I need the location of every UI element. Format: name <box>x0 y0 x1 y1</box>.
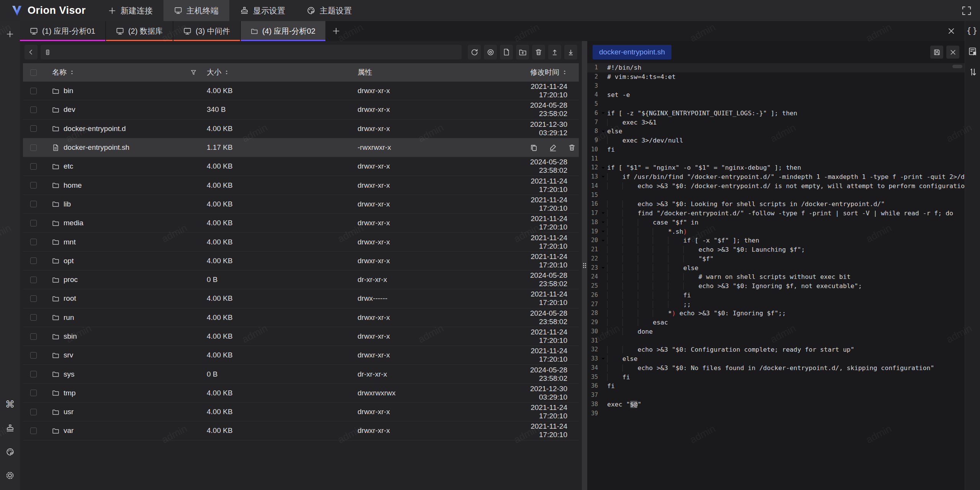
row-action-edit-button[interactable] <box>549 143 557 152</box>
row-checkbox[interactable] <box>30 107 37 113</box>
code-line[interactable]: 9 exec 3>/dev/null <box>587 136 965 145</box>
code-line[interactable]: 14 echo >&3 "$0: /docker-entrypoint.d/ i… <box>587 182 965 191</box>
row-checkbox[interactable] <box>30 144 37 151</box>
code-line[interactable]: 29 esac <box>587 318 965 327</box>
code-line[interactable]: 25 echo >&3 "$0: Ignoring $f, not execut… <box>587 282 965 291</box>
fold-toggle-icon[interactable] <box>599 354 607 364</box>
code-line[interactable]: 4set -e <box>587 90 965 100</box>
table-row[interactable]: home4.00 KBdrwxr-xr-x2021-11-24 17:20:10 <box>23 176 579 195</box>
top-menu-item-1[interactable]: 新建连接 <box>97 0 163 21</box>
table-row[interactable]: var4.00 KBdrwxr-xr-x2021-11-24 17:20:10 <box>23 421 579 440</box>
code-line[interactable]: 3 <box>587 82 965 91</box>
top-menu-item-4[interactable]: 主题设置 <box>296 0 363 21</box>
back-button[interactable] <box>24 45 38 59</box>
code-line[interactable]: 17 find "/docker-entrypoint.d/" -follow … <box>587 209 965 218</box>
code-line[interactable]: 31 <box>587 336 965 346</box>
strip-swap-button[interactable] <box>967 66 978 78</box>
sort-name-icon[interactable] <box>69 70 75 75</box>
code-line[interactable]: 32 echo >&3 "$0: Configuration complete;… <box>587 345 965 354</box>
top-menu-item-3[interactable]: 显示设置 <box>229 0 296 21</box>
fold-toggle-icon[interactable] <box>599 127 607 136</box>
terminal-tab-1[interactable]: (1) 应用-分析01 <box>20 21 105 41</box>
row-checkbox[interactable] <box>30 295 37 302</box>
strip-doc-bookmark-button[interactable] <box>967 46 978 57</box>
row-checkbox[interactable] <box>30 88 37 94</box>
sidebar-plus-button[interactable] <box>3 27 17 41</box>
sort-mtime-icon[interactable] <box>562 70 567 75</box>
row-checkbox[interactable] <box>30 220 37 226</box>
new-folder-button[interactable] <box>516 45 529 59</box>
code-line[interactable]: 24 # warn on shell scripts without exec … <box>587 272 965 282</box>
terminal-tab-3[interactable]: (3) 中间件 <box>173 21 240 41</box>
row-action-copy-button[interactable] <box>530 143 538 152</box>
top-menu-item-2[interactable]: 主机终端 <box>163 0 229 21</box>
strip-braces-button[interactable]: {} <box>967 25 978 36</box>
path-input[interactable] <box>54 48 458 56</box>
new-file-button[interactable] <box>500 45 513 59</box>
table-row[interactable]: proc0 Bdr-xr-xr-x2024-05-28 23:58:02 <box>23 270 579 289</box>
code-line[interactable]: 8else <box>587 127 965 136</box>
code-line[interactable]: 38exec "$@" <box>587 400 965 409</box>
code-line[interactable]: 39 <box>587 409 965 418</box>
eye-button[interactable] <box>484 45 497 59</box>
row-checkbox[interactable] <box>30 239 37 245</box>
row-checkbox[interactable] <box>30 333 37 340</box>
fold-toggle-icon[interactable] <box>599 236 607 245</box>
table-row[interactable]: srv4.00 KBdrwxr-xr-x2021-11-24 17:20:10 <box>23 346 579 365</box>
table-row[interactable]: docker-entrypoint.sh1.17 KB-rwxrwxr-x <box>23 138 579 157</box>
add-tab-button[interactable] <box>326 21 346 41</box>
code-line[interactable]: 34 echo >&3 "$0: No files found in /dock… <box>587 364 965 373</box>
row-checkbox[interactable] <box>30 352 37 359</box>
code-line[interactable]: 6if [ -z "${NGINX_ENTRYPOINT_QUIET_LOGS:… <box>587 109 965 118</box>
fold-toggle-icon[interactable] <box>599 163 607 172</box>
terminal-tab-4[interactable]: (4) 应用-分析02 <box>241 21 325 41</box>
code-line[interactable]: 2# vim:sw=4:ts=4:et <box>587 72 965 82</box>
code-editor[interactable]: 1#!/bin/sh2# vim:sw=4:ts=4:et34set -e56i… <box>587 63 965 490</box>
row-checkbox[interactable] <box>30 125 37 132</box>
code-line[interactable]: 21 echo >&3 "$0: Launching $f"; <box>587 245 965 254</box>
code-line[interactable]: 22 "$f" <box>587 254 965 264</box>
panel-resize-handle[interactable] <box>582 41 587 490</box>
code-line[interactable]: 30 done <box>587 327 965 336</box>
editor-close-button[interactable] <box>946 46 959 59</box>
fullscreen-icon[interactable] <box>962 6 972 16</box>
row-checkbox[interactable] <box>30 390 37 396</box>
filter-icon[interactable] <box>190 69 197 76</box>
refresh-button[interactable] <box>468 45 481 59</box>
table-row[interactable]: root4.00 KBdrwx------2021-11-24 17:20:10 <box>23 289 579 308</box>
fold-toggle-icon[interactable] <box>599 209 607 218</box>
code-line[interactable]: 7 exec 3>&1 <box>587 118 965 127</box>
code-line[interactable]: 37 <box>587 391 965 400</box>
row-action-trash-button[interactable] <box>568 143 576 152</box>
code-line[interactable]: 19 *.sh) <box>587 227 965 236</box>
code-line[interactable]: 28 *) echo >&3 "$0: Ignoring $f";; <box>587 309 965 318</box>
code-line[interactable]: 33 else <box>587 354 965 364</box>
code-line[interactable]: 27 ;; <box>587 300 965 309</box>
table-row[interactable]: lib4.00 KBdrwxr-xr-x2021-11-24 17:20:10 <box>23 195 579 214</box>
table-row[interactable]: dev340 Bdrwxr-xr-x2024-05-28 23:58:02 <box>23 100 579 119</box>
table-row[interactable]: media4.00 KBdrwxr-xr-x2021-11-24 17:20:1… <box>23 214 579 233</box>
table-row[interactable]: bin4.00 KBdrwxr-xr-x2021-11-24 17:20:10 <box>23 82 579 100</box>
code-line[interactable]: 26 fi <box>587 291 965 300</box>
fold-toggle-icon[interactable] <box>599 218 607 227</box>
code-line[interactable]: 20 if [ -x "$f" ]; then <box>587 236 965 245</box>
trash-button[interactable] <box>532 45 545 59</box>
fold-toggle-icon[interactable] <box>599 172 607 182</box>
editor-save-button[interactable] <box>930 46 943 59</box>
row-checkbox[interactable] <box>30 182 37 188</box>
code-line[interactable]: 13 if /usr/bin/find "/docker-entrypoint.… <box>587 172 965 182</box>
row-checkbox[interactable] <box>30 428 37 434</box>
code-line[interactable]: 12if [ "$1" = "nginx" -o "$1" = "nginx-d… <box>587 163 965 172</box>
table-row[interactable]: sbin4.00 KBdrwxr-xr-x2021-11-24 17:20:10 <box>23 327 579 346</box>
row-checkbox[interactable] <box>30 277 37 283</box>
editor-scrollbar-thumb[interactable] <box>952 65 962 68</box>
code-line[interactable]: 16 echo >&3 "$0: Looking for shell scrip… <box>587 200 965 209</box>
download-button[interactable] <box>564 45 577 59</box>
code-line[interactable]: 18 case "$f" in <box>587 218 965 227</box>
upload-button[interactable] <box>548 45 561 59</box>
sidebar-stamp-button[interactable] <box>3 421 17 435</box>
code-line[interactable]: 23 else <box>587 264 965 273</box>
table-row[interactable]: run4.00 KBdrwxr-xr-x2024-05-28 23:58:02 <box>23 308 579 327</box>
code-line[interactable]: 35 fi <box>587 373 965 382</box>
code-line[interactable]: 5 <box>587 100 965 109</box>
